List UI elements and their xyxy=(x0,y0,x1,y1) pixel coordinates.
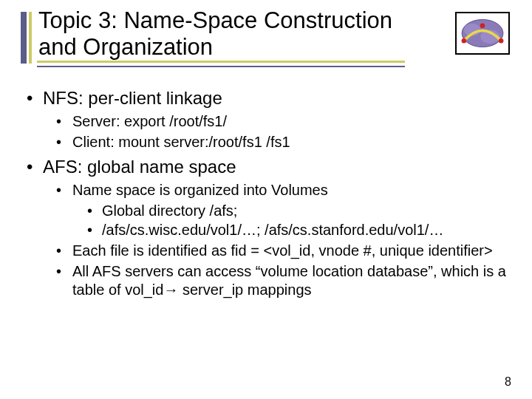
subsublist: Global directory /afs; /afs/cs.wisc.edu/… xyxy=(72,202,507,240)
bullet-list: NFS: per-client linkage Server: export /… xyxy=(27,87,507,300)
content-area: NFS: per-client linkage Server: export /… xyxy=(27,87,507,304)
bullet-text: AFS: global name space xyxy=(43,157,236,177)
bullet-text: Name space is organized into Volumes xyxy=(72,182,328,198)
svg-point-4 xyxy=(499,38,504,44)
title-underline-purple xyxy=(37,64,405,67)
bullet-client: Client: mount server:/root/fs1 /fs1 xyxy=(56,133,507,152)
bullet-text: NFS: per-client linkage xyxy=(43,88,222,108)
svg-point-5 xyxy=(480,24,485,29)
sublist: Name space is organized into Volumes Glo… xyxy=(43,181,507,300)
bullet-fid: Each file is identified as fid = <vol_id… xyxy=(56,242,507,261)
logo-icon xyxy=(455,12,510,55)
bullet-paths: /afs/cs.wisc.edu/vol1/…; /afs/cs.stanfor… xyxy=(87,221,507,240)
bullet-afs: AFS: global name space Name space is org… xyxy=(27,156,507,300)
bullet-nfs: NFS: per-client linkage Server: export /… xyxy=(27,87,507,151)
svg-point-3 xyxy=(462,38,467,44)
title-accent-bar-2 xyxy=(29,12,32,64)
bullet-global-dir: Global directory /afs; xyxy=(87,202,507,221)
bullet-vldb: All AFS servers can access “volume locat… xyxy=(56,262,507,300)
title-block: Topic 3: Name-Space Construction and Org… xyxy=(19,7,426,60)
title-accent-bar xyxy=(21,12,27,64)
slide-title: Topic 3: Name-Space Construction and Org… xyxy=(38,7,426,60)
sublist: Server: export /root/fs1/ Client: mount … xyxy=(43,112,507,151)
bullet-volumes: Name space is organized into Volumes Glo… xyxy=(56,181,507,240)
title-underline-yellow xyxy=(37,61,405,63)
page-number: 8 xyxy=(505,375,511,389)
bullet-server: Server: export /root/fs1/ xyxy=(56,112,507,132)
slide: Topic 3: Name-Space Construction and Org… xyxy=(0,0,532,399)
